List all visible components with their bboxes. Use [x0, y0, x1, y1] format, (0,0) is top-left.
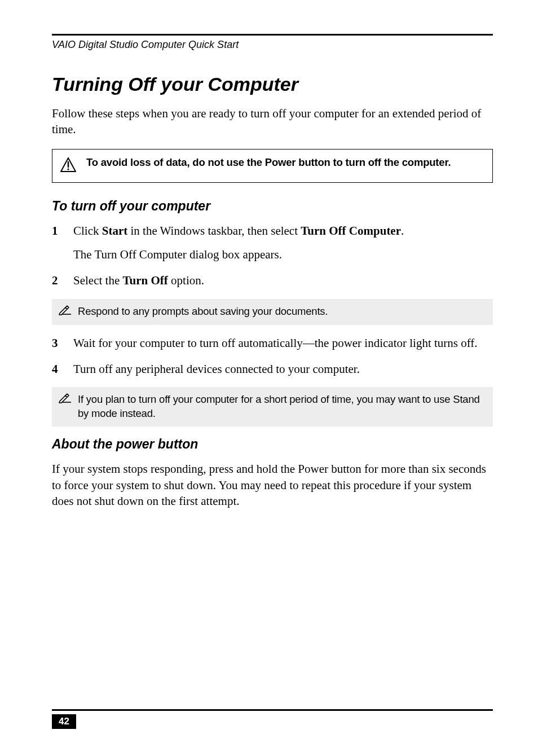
- warning-text: To avoid loss of data, do not use the Po…: [86, 156, 451, 169]
- t: Click: [73, 224, 102, 238]
- page-number: 42: [52, 714, 76, 729]
- t: Select the: [73, 274, 122, 287]
- note-2-text: If you plan to turn off your computer fo…: [78, 393, 486, 421]
- subhead-power-button: About the power button: [52, 437, 493, 452]
- subhead-turn-off: To turn off your computer: [52, 199, 493, 214]
- step-2: Select the Turn Off option.: [52, 272, 493, 288]
- note-2: If you plan to turn off your computer fo…: [52, 387, 493, 427]
- intro-paragraph: Follow these steps when you are ready to…: [52, 106, 493, 138]
- caution-icon: [60, 157, 76, 174]
- step-3: Wait for your computer to turn off autom…: [52, 335, 493, 351]
- page-title: Turning Off your Computer: [52, 73, 493, 95]
- note-1: Respond to any prompts about saving your…: [52, 299, 493, 325]
- t: .: [401, 224, 404, 238]
- pencil-icon: [59, 305, 72, 319]
- note-1-text: Respond to any prompts about saving your…: [78, 305, 486, 319]
- page-footer: 42: [52, 709, 493, 729]
- t-bold: Turn Off: [122, 274, 167, 287]
- svg-point-2: [67, 168, 69, 170]
- steps-list: Click Start in the Windows taskbar, then…: [52, 223, 493, 289]
- steps-list-cont: Wait for your computer to turn off autom…: [52, 335, 493, 377]
- t: option.: [168, 274, 204, 287]
- step-1: Click Start in the Windows taskbar, then…: [52, 223, 493, 263]
- running-head: VAIO Digital Studio Computer Quick Start: [52, 39, 493, 51]
- pencil-icon: [59, 393, 72, 407]
- step-1-sub: The Turn Off Computer dialog box appears…: [73, 247, 493, 262]
- about-body: If your system stops responding, press a…: [52, 461, 493, 509]
- t: in the Windows taskbar, then select: [127, 224, 301, 238]
- t-bold: Turn Off Computer: [301, 224, 401, 238]
- step-2-text: Select the Turn Off option.: [73, 274, 204, 287]
- top-rule: [52, 34, 493, 36]
- step-4: Turn off any peripheral devices connecte…: [52, 361, 493, 377]
- step-1-text: Click Start in the Windows taskbar, then…: [73, 224, 404, 238]
- t-bold: Start: [102, 224, 128, 238]
- warning-box: To avoid loss of data, do not use the Po…: [52, 149, 493, 183]
